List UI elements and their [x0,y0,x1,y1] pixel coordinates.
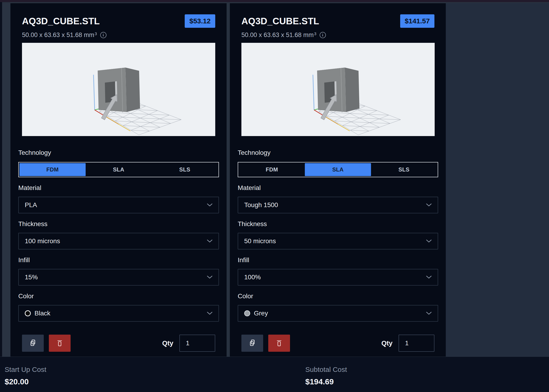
cost-summary-bar: Start Up Cost $20.00 Subtotal Cost $194.… [0,357,549,392]
technology-option-sla[interactable]: SLA [305,163,371,176]
infill-label: Infill [238,256,438,264]
duplicate-button[interactable] [241,335,263,352]
color-label: Color [238,293,438,300]
infill-select[interactable]: 15% [18,269,219,286]
technology-selector: FDM SLA SLS [18,162,219,177]
duplicate-icon [29,339,37,348]
info-icon[interactable]: i [320,32,326,38]
chevron-down-icon [426,203,432,207]
top-edge-bar [0,0,549,2]
color-swatch [244,310,250,316]
technology-option-sla[interactable]: SLA [86,163,152,176]
color-select[interactable]: Grey [238,305,438,322]
card-divider [227,3,230,357]
technology-label: Technology [18,149,219,156]
material-select[interactable]: PLA [18,197,219,213]
material-select[interactable]: Tough 1500 [238,197,438,213]
start-up-cost-label: Start Up Cost [5,366,46,373]
thickness-select[interactable]: 100 microns [18,233,219,249]
material-label: Material [18,184,219,192]
chevron-down-icon [426,239,432,243]
dimensions-exponent: 3 [95,31,97,36]
start-up-cost-value: $20.00 [5,377,46,386]
file-title: AQ3D_CUBE.STL [241,16,319,26]
infill-label: Infill [18,256,219,264]
delete-button[interactable] [49,335,70,352]
qty-input[interactable] [399,335,434,352]
info-icon[interactable]: i [100,32,106,38]
model-dimensions: 50.00 x 63.63 x 51.68 mm3 i [22,31,215,39]
model-dimensions: 50.00 x 63.63 x 51.68 mm3 i [241,31,434,39]
cube-model [317,68,359,112]
infill-select[interactable]: 100% [238,269,438,286]
technology-option-sls[interactable]: SLS [371,163,437,176]
technology-label: Technology [238,149,438,156]
chevron-down-icon [207,203,212,207]
scrollbar[interactable] [2,3,10,357]
dimensions-exponent: 3 [314,31,316,36]
model-viewer[interactable] [241,43,435,136]
material-label: Material [238,184,438,192]
qty-label: Qty [162,339,173,347]
price-badge: $53.12 [185,14,215,28]
chevron-down-icon [207,312,212,315]
technology-selector: FDM SLA SLS [238,162,438,177]
duplicate-icon [248,339,256,348]
technology-option-fdm[interactable]: FDM [20,163,86,176]
price-badge: $141.57 [400,14,434,28]
chevron-down-icon [207,239,212,243]
duplicate-button[interactable] [22,335,44,352]
model-viewer[interactable] [22,43,215,136]
delete-button[interactable] [268,335,290,352]
technology-option-sls[interactable]: SLS [152,163,218,176]
quote-panel: AQ3D_CUBE.STL $53.12 50.00 x 63.63 x 51.… [0,3,549,357]
quote-card-1: AQ3D_CUBE.STL $53.12 50.00 x 63.63 x 51.… [10,3,227,357]
color-label: Color [18,293,219,300]
quote-card-2: AQ3D_CUBE.STL $141.57 50.00 x 63.63 x 51… [230,3,446,357]
dimensions-text: 50.00 x 63.63 x 51.68 mm [241,31,314,39]
chevron-down-icon [426,276,432,279]
thickness-label: Thickness [238,220,438,228]
qty-input[interactable] [179,335,215,352]
qty-label: Qty [381,339,393,347]
color-swatch [25,310,31,316]
technology-option-fdm[interactable]: FDM [239,163,305,176]
thickness-select[interactable]: 50 microns [238,233,438,249]
color-select[interactable]: Black [18,305,219,322]
page-background [446,3,549,357]
chevron-down-icon [426,312,432,315]
chevron-down-icon [207,276,212,279]
subtotal-cost-value: $194.69 [305,377,347,386]
trash-icon [56,339,64,348]
dimensions-text: 50.00 x 63.63 x 51.68 mm [22,31,94,39]
subtotal-cost-label: Subtotal Cost [305,366,347,373]
trash-icon [275,339,283,348]
cube-model [98,68,140,112]
thickness-label: Thickness [18,220,219,228]
file-title: AQ3D_CUBE.STL [22,16,100,26]
